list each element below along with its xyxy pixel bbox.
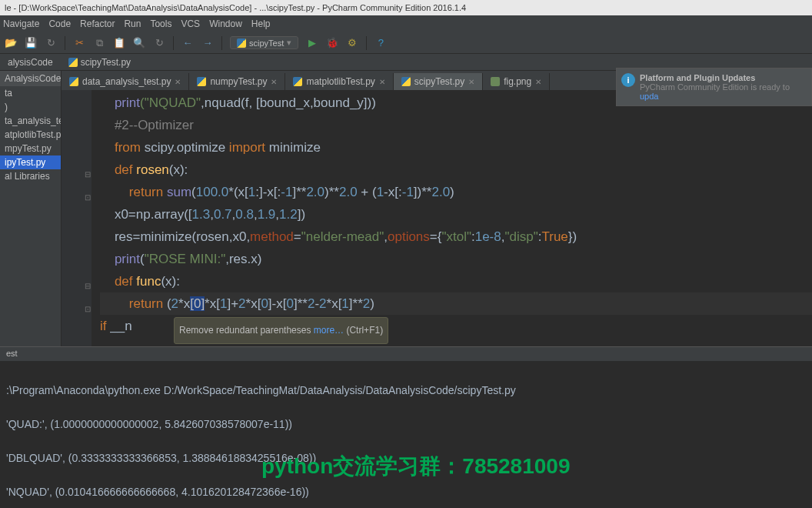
editor-tab[interactable]: numpyTest.py✕ — [189, 73, 285, 90]
editor-gutter[interactable]: ⊟ ⊡ ⊟ ⊡ — [62, 90, 92, 346]
inspection-hint[interactable]: Remove redundant parentheses more… (Ctrl… — [174, 317, 388, 344]
python-icon — [237, 38, 246, 48]
separator — [173, 36, 174, 50]
separator — [65, 36, 65, 50]
code: *x[ — [327, 296, 342, 311]
paste-icon[interactable]: 📋 — [113, 37, 125, 49]
hint-link[interactable]: more… — [314, 325, 344, 336]
code: options — [388, 229, 430, 244]
open-icon[interactable]: 📂 — [5, 37, 17, 49]
code: method — [250, 229, 294, 244]
code: func — [136, 274, 161, 289]
code: 0.8 — [235, 207, 254, 222]
menu-code[interactable]: Code — [48, 18, 71, 29]
code: 2 — [171, 296, 178, 311]
sidebar-item[interactable]: ) — [0, 100, 61, 114]
code: ]** — [349, 296, 363, 311]
editor-tab-active[interactable]: scipyTest.py✕ — [394, 73, 483, 90]
replace-icon[interactable]: ↻ — [153, 37, 165, 49]
code: print — [115, 95, 140, 110]
editor-wrap: data_analysis_test.py✕ numpyTest.py✕ mat… — [62, 71, 812, 346]
code: )** — [324, 185, 339, 199]
menu-window[interactable]: Window — [209, 18, 242, 29]
hint-text: Remove redundant parentheses — [179, 325, 314, 336]
breadcrumb-label: alysisCode — [8, 57, 53, 68]
fold-icon[interactable]: ⊡ — [85, 186, 91, 209]
menu-vcs[interactable]: VCS — [181, 18, 200, 29]
editor-tab[interactable]: data_analysis_test.py✕ — [62, 73, 189, 90]
refresh-icon[interactable]: ↻ — [45, 37, 57, 49]
debug-icon[interactable]: 🐞 — [326, 37, 338, 49]
forward-icon[interactable]: → — [201, 37, 214, 49]
find-icon[interactable]: 🔍 — [133, 37, 145, 49]
code: ]) — [298, 207, 305, 222]
menu-refactor[interactable]: Refactor — [80, 18, 115, 29]
info-icon: i — [621, 73, 635, 87]
close-icon[interactable]: ✕ — [379, 78, 385, 86]
code: __n — [107, 319, 132, 333]
fold-icon[interactable]: ⊟ — [85, 163, 91, 185]
fold-icon[interactable]: ⊟ — [85, 275, 91, 297]
breadcrumb-folder[interactable]: alysisCode — [0, 55, 61, 69]
code: def — [115, 274, 136, 289]
close-icon[interactable]: ✕ — [468, 78, 474, 86]
code: 0 — [261, 296, 268, 311]
project-sidebar[interactable]: AnalysisCode ta ) ta_analysis_tes atplot… — [0, 71, 62, 346]
sidebar-item[interactable]: mpyTest.py — [0, 142, 61, 155]
code: "disp" — [504, 229, 537, 244]
python-icon — [401, 77, 411, 86]
cut-icon[interactable]: ✂ — [73, 37, 85, 49]
code: ]** — [294, 296, 308, 311]
menu-run[interactable]: Run — [124, 18, 141, 29]
window-title-bar: le - [D:\WorkSpace\TeachingMat\DataAnaly… — [0, 0, 812, 15]
close-icon[interactable]: ✕ — [535, 78, 541, 86]
settings-icon[interactable]: ⚙ — [346, 37, 358, 49]
notification-link[interactable]: upda — [640, 92, 658, 101]
run-config-selector[interactable]: scipyTest ▾ — [230, 36, 298, 49]
main-area: AnalysisCode ta ) ta_analysis_tes atplot… — [0, 71, 812, 346]
sidebar-item[interactable]: ta — [0, 86, 61, 100]
menu-tools[interactable]: Tools — [150, 18, 171, 29]
tab-label: scipyTest.py — [414, 76, 464, 87]
main-toolbar: 📂 💾 ↻ ✂ ⧉ 📋 🔍 ↻ ← → scipyTest ▾ ▶ 🐞 ⚙ ? — [0, 32, 812, 54]
fold-icon[interactable]: ⊡ — [85, 298, 91, 320]
run-console[interactable]: :\Program\Anaconda\python.exe D:/WorkSpa… — [0, 362, 812, 508]
code: *x — [178, 296, 190, 311]
code: 1.3 — [192, 207, 211, 222]
code: -x[: — [384, 185, 402, 199]
code: return — [129, 296, 167, 311]
sidebar-header[interactable]: AnalysisCode — [0, 71, 61, 86]
help-icon[interactable]: ? — [374, 37, 387, 49]
code: }) — [568, 229, 577, 244]
copy-icon[interactable]: ⧉ — [93, 37, 105, 49]
sidebar-item[interactable]: atplotlibTest.p — [0, 128, 61, 142]
code: def — [115, 162, 136, 177]
editor-tab[interactable]: matplotlibTest.py✕ — [285, 73, 393, 90]
code: sum — [167, 185, 191, 199]
breadcrumb-label: scipyTest.py — [81, 57, 131, 68]
sidebar-item-active[interactable]: ipyTest.py — [0, 155, 61, 169]
code: "xtol" — [441, 229, 471, 244]
menu-navigate[interactable]: Navigate — [3, 18, 39, 29]
menu-help[interactable]: Help — [251, 18, 271, 29]
code: + ( — [358, 185, 377, 199]
code-editor[interactable]: ⊟ ⊡ ⊟ ⊡ print("NQUAD",nquad(f, [bound_x,… — [62, 90, 812, 346]
sidebar-item[interactable]: ta_analysis_tes — [0, 114, 61, 128]
editor-tab[interactable]: fig.png✕ — [483, 73, 550, 90]
close-icon[interactable]: ✕ — [271, 78, 277, 86]
breadcrumb-file[interactable]: scipyTest.py — [61, 55, 138, 69]
code: 1.2 — [279, 207, 298, 222]
code: (x): — [169, 162, 188, 177]
sidebar-item[interactable]: al Libraries — [0, 169, 61, 183]
console-line: 'NQUAD', (0.010416666666666668, 4.101620… — [6, 483, 806, 500]
close-icon[interactable]: ✕ — [175, 78, 181, 86]
main-menu-bar[interactable]: Navigate Code Refactor Run Tools VCS Win… — [0, 15, 812, 32]
run-tool-header[interactable]: est — [0, 346, 812, 362]
hint-shortcut: (Ctrl+F1) — [344, 325, 383, 336]
run-icon[interactable]: ▶ — [306, 37, 318, 49]
notification-popup[interactable]: i Platform and Plugin Updates PyCharm Co… — [616, 68, 812, 106]
code: *(x[ — [228, 185, 248, 199]
code: ,res.x) — [225, 252, 261, 266]
back-icon[interactable]: ← — [181, 37, 194, 49]
save-icon[interactable]: 💾 — [25, 37, 37, 49]
